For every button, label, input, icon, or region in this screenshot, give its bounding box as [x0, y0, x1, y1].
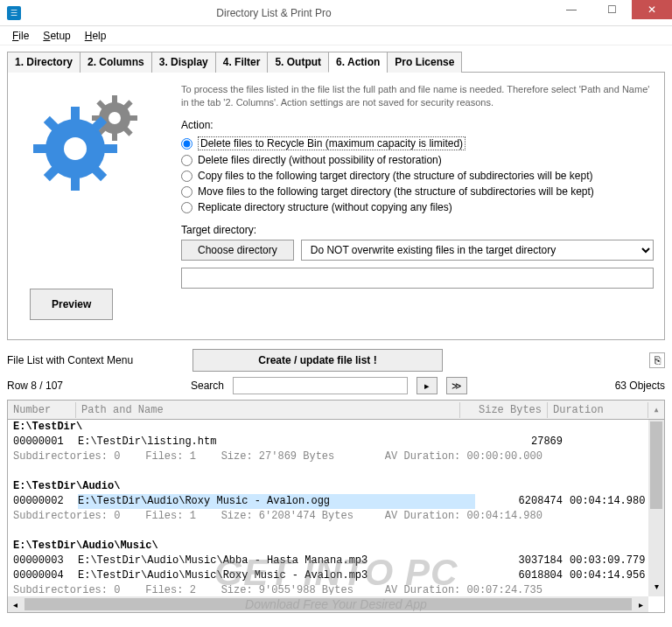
- copy-list-icon[interactable]: ⎘: [649, 352, 665, 368]
- group-row[interactable]: E:\TestDir\Audio\: [8, 479, 664, 494]
- svg-rect-15: [103, 144, 117, 153]
- col-duration[interactable]: Duration: [548, 402, 648, 418]
- summary-row: Subdirectories: 0 Files: 1 Size: 6'208'4…: [8, 509, 664, 524]
- target-label: Target directory:: [181, 224, 654, 236]
- table-row[interactable]: 00000003E:\TestDir\Audio\Music\Abba - Ha…: [8, 554, 664, 568]
- table-row[interactable]: 00000002E:\TestDir\Audio\Roxy Music - Av…: [8, 494, 664, 509]
- radio-replicate[interactable]: Replicate directory structure (without c…: [181, 199, 654, 215]
- preview-button[interactable]: Preview: [30, 289, 113, 320]
- scrollbar-thumb-h[interactable]: [24, 598, 632, 610]
- menu-file[interactable]: File: [7, 28, 34, 44]
- search-input[interactable]: [233, 377, 408, 394]
- target-path-input[interactable]: [181, 268, 654, 289]
- search-next-button[interactable]: ▸: [416, 377, 438, 394]
- svg-rect-13: [71, 177, 80, 191]
- menu-setup[interactable]: Setup: [38, 28, 75, 44]
- app-icon: ☰: [7, 6, 21, 20]
- search-label: Search: [191, 380, 224, 392]
- file-list-grid: Number Path and Name Size Bytes Duration…: [7, 400, 665, 613]
- vertical-scrollbar[interactable]: ▾: [648, 420, 664, 596]
- svg-rect-14: [33, 144, 47, 153]
- tab-directory[interactable]: 1. Directory: [7, 52, 80, 73]
- search-last-button[interactable]: ≫: [446, 377, 467, 394]
- svg-point-1: [108, 112, 121, 124]
- tab-display[interactable]: 3. Display: [151, 52, 216, 73]
- radio-delete-recycle[interactable]: Delete files to Recycle Bin (maximum cap…: [181, 135, 654, 152]
- scroll-left-icon[interactable]: ◂: [8, 600, 23, 610]
- summary-row: Subdirectories: 0 Files: 2 Size: 9'055'9…: [8, 583, 664, 595]
- action-label: Action:: [181, 119, 654, 131]
- svg-rect-2: [112, 95, 117, 104]
- tab-prolicense[interactable]: Pro License: [387, 52, 462, 73]
- scrollbar-thumb[interactable]: [650, 421, 662, 509]
- row-count: Row 8 / 107: [7, 380, 182, 392]
- minimize-button[interactable]: —: [551, 0, 592, 19]
- choose-directory-button[interactable]: Choose directory: [181, 240, 294, 261]
- horizontal-scrollbar[interactable]: ◂ ▸: [8, 596, 648, 612]
- create-file-list-button[interactable]: Create / update file list !: [192, 349, 443, 372]
- tab-action[interactable]: 6. Action: [328, 52, 388, 73]
- info-text: To process the files listed in the file …: [181, 83, 654, 110]
- svg-point-11: [64, 137, 87, 160]
- window-title: Directory List & Print Pro: [32, 7, 551, 19]
- svg-rect-5: [129, 115, 137, 121]
- context-menu-label: File List with Context Menu: [7, 354, 182, 366]
- tab-output[interactable]: 5. Output: [267, 52, 329, 73]
- summary-row: Subdirectories: 0 Files: 1 Size: 27'869 …: [8, 449, 664, 464]
- grid-header: Number Path and Name Size Bytes Duration…: [8, 401, 664, 420]
- svg-rect-12: [71, 107, 80, 121]
- maximize-button[interactable]: ☐: [592, 0, 632, 19]
- group-row[interactable]: E:\TestDir\: [8, 420, 664, 435]
- radio-move[interactable]: Move files to the following target direc…: [181, 184, 654, 199]
- col-path[interactable]: Path and Name: [76, 402, 460, 418]
- tab-filter[interactable]: 4. Filter: [215, 52, 269, 73]
- tabstrip: 1. Directory 2. Columns 3. Display 4. Fi…: [7, 51, 665, 73]
- titlebar: ☰ Directory List & Print Pro — ☐ ✕: [0, 0, 672, 26]
- group-row[interactable]: E:\TestDir\Audio\Music\: [8, 539, 664, 554]
- action-radio-group: Delete files to Recycle Bin (maximum cap…: [181, 135, 654, 215]
- col-number[interactable]: Number: [8, 402, 76, 418]
- scroll-up-icon[interactable]: ▴: [648, 401, 664, 418]
- close-button[interactable]: ✕: [632, 0, 672, 19]
- col-size[interactable]: Size Bytes: [460, 402, 548, 418]
- menu-help[interactable]: Help: [80, 28, 112, 44]
- table-row[interactable]: 00000001E:\TestDir\listing.htm27869: [8, 435, 664, 449]
- object-count: 63 Objects: [615, 380, 665, 392]
- gear-icon: [18, 83, 167, 197]
- radio-delete-direct[interactable]: Delete files directly (without possibili…: [181, 152, 654, 168]
- scroll-right-icon[interactable]: ▸: [634, 600, 648, 610]
- grid-body[interactable]: E:\TestDir\00000001E:\TestDir\listing.ht…: [8, 420, 664, 595]
- radio-copy[interactable]: Copy files to the following target direc…: [181, 168, 654, 184]
- scroll-down-icon[interactable]: ▾: [648, 582, 664, 596]
- svg-rect-3: [112, 132, 117, 141]
- overwrite-select[interactable]: Do NOT overwrite existing files in the t…: [301, 240, 654, 261]
- table-row[interactable]: 00000004E:\TestDir\Audio\Music\Roxy Musi…: [8, 568, 664, 583]
- menubar: File Setup Help: [0, 26, 672, 45]
- tab-columns[interactable]: 2. Columns: [80, 52, 152, 73]
